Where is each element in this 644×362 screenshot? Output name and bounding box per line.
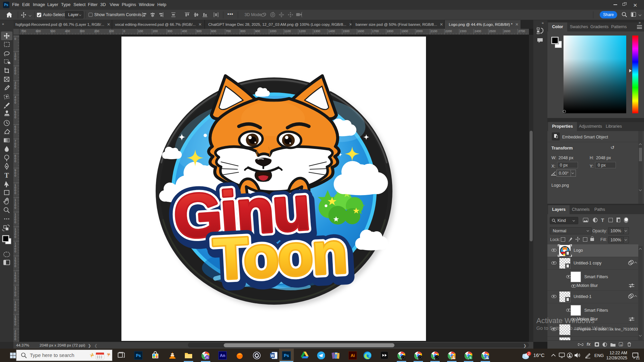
svg-text:W: W: [271, 354, 274, 358]
svg-text:R: R: [206, 356, 209, 359]
svg-text:T: T: [4, 172, 9, 179]
svg-text:2: 2: [528, 352, 530, 356]
svg-text:S: S: [469, 356, 471, 359]
svg-text:Toon: Toon: [212, 220, 348, 292]
